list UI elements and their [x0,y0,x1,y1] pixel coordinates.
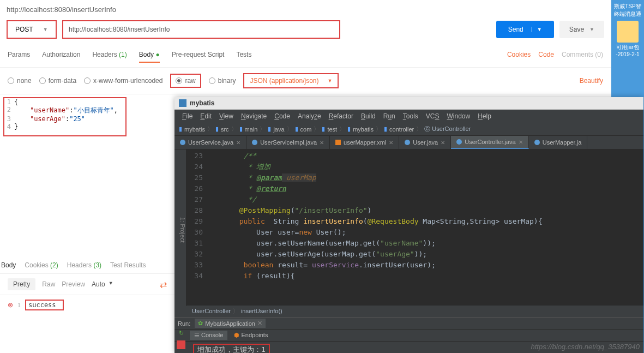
tab-prerequest[interactable]: Pre-request Script [172,51,225,63]
tab-headers[interactable]: Headers (1) [92,51,127,63]
tab-label: Headers [67,261,92,269]
editor-tab[interactable]: UserService.java✕ [174,136,246,149]
select-label: JSON (application/json) [250,77,318,85]
run-config[interactable]: ✿MybatisApplication✕ [195,319,266,328]
rerun-button[interactable]: ↻ [177,330,185,338]
radio-binary[interactable]: binary [209,77,236,85]
bc-item[interactable]: test [327,126,337,133]
view-raw[interactable]: Raw [42,280,55,288]
menu-tools[interactable]: Tools [400,111,422,121]
count-badge: (2) [50,261,58,269]
url-input[interactable]: http://localhost:8080/insertUserInfo [62,20,340,39]
project-tool-button[interactable]: 1: Project [174,149,186,306]
menu-run[interactable]: Run [380,111,399,121]
menu-file[interactable]: File [179,111,196,121]
menu-analyze[interactable]: Analyze [294,111,324,121]
menu-code[interactable]: Code [271,111,293,121]
menu-vcs[interactable]: VCS [423,111,443,121]
bc-item[interactable]: UserController [432,125,471,132]
java-icon [252,140,257,145]
console-tab[interactable]: ☰ Console [190,331,227,340]
output-text: 增加成功，主键为：1 [193,344,270,353]
bc-item[interactable]: main [245,126,258,133]
comments-link[interactable]: Comments (0) [562,51,603,63]
view-pretty[interactable]: Pretty [8,278,35,290]
xml-icon [335,140,341,145]
radio-none[interactable]: none [8,77,32,85]
close-icon[interactable]: ✕ [320,140,324,146]
java-icon [180,140,185,145]
editor-tab-active[interactable]: UserController.java✕ [451,136,529,149]
resp-tab-headers[interactable]: Headers (3) [67,261,101,269]
radio-xwww[interactable]: x-www-form-urlencoded [84,77,162,85]
project-title: mybatis [190,99,214,107]
resp-tab-cookies[interactable]: Cookies (2) [25,261,58,269]
breadcrumb[interactable]: ▮mybatis〉 ▮src〉 ▮main〉 ▮java〉 ▮com〉 ▮tes… [174,123,643,136]
close-icon[interactable]: ✕ [257,320,262,327]
radio-formdata[interactable]: form-data [39,77,76,85]
tab-body[interactable]: Body ● [139,51,160,63]
close-icon[interactable]: ✕ [519,139,523,145]
send-button[interactable]: Send ▼ [496,21,554,38]
content-type-select[interactable]: JSON (application/json)▼ [243,73,339,88]
chevron-down-icon: ▼ [328,78,333,83]
line-number: 2 [4,106,14,115]
tab-tests[interactable]: Tests [236,51,251,63]
resp-tab-tests[interactable]: Test Results [110,261,146,269]
nav-class[interactable]: UserController [192,308,231,314]
count-badge: (3) [93,261,101,269]
menu-navigate[interactable]: Navigate [238,111,270,121]
lang-label: Auto [92,280,105,288]
close-icon[interactable]: ✕ [389,140,393,146]
editor-tab[interactable]: UserMapper.ja [529,136,588,149]
wrap-icon[interactable]: ⇄ [160,279,167,290]
nav-method[interactable]: insertUserInfo() [241,308,282,314]
editor-tab[interactable]: userMapper.xml✕ [330,136,399,149]
code-link[interactable]: Code [538,51,554,63]
tab-params[interactable]: Params [8,51,30,63]
close-icon[interactable]: ✕ [441,140,445,146]
editor-tab[interactable]: UserServiceImpl.java✕ [246,136,330,149]
desktop-shortcut[interactable]: 可用jar包 -2019-2-1 [611,21,644,57]
bc-item[interactable]: controller [389,126,414,133]
code-editor[interactable]: 23 /** 24 * 增加 25 * @param userMap 26 * … [186,149,643,306]
radio-icon [209,77,215,84]
bc-item[interactable]: src [221,126,229,133]
line-number: 1 [17,301,21,309]
radio-raw[interactable]: raw [170,74,201,88]
menu-window[interactable]: Window [443,111,473,121]
bc-item[interactable]: mybatis [184,126,205,133]
menu-view[interactable]: View [216,111,237,121]
desktop-shortcut[interactable]: 斯威TSP智 终端消息通 [611,3,644,18]
menu-build[interactable]: Build [358,111,379,121]
resp-tab-body[interactable]: Body [1,261,16,269]
editor-tab[interactable]: User.java✕ [399,136,451,149]
request-body-editor[interactable]: 1{ 2 "userName":"小目标青年", 3 "userAge":"25… [3,97,127,136]
radio-icon [176,77,182,84]
tab-authorization[interactable]: Authorization [42,51,80,63]
code-text: { [14,98,18,106]
endpoints-tab[interactable]: ⬢ Endpoints [230,331,272,340]
menu-refactor[interactable]: Refactor [326,111,357,121]
close-icon[interactable]: ✕ [236,140,240,146]
bc-item[interactable]: com [300,126,312,133]
method-select[interactable]: POST ▼ [7,20,57,39]
code-text: "userAge":"25" [14,115,85,123]
save-button[interactable]: Save ▼ [559,21,604,38]
view-preview[interactable]: Preview [62,280,85,288]
radio-icon [39,77,46,84]
bc-item[interactable]: java [273,126,284,133]
tab-label: UserController.java [465,139,516,145]
lang-select[interactable]: Auto▼ [92,280,113,288]
menu-edit[interactable]: Edit [197,111,215,121]
ide-titlebar: mybatis [174,97,643,110]
menu-help[interactable]: Help [474,111,495,121]
ide-menubar: File Edit View Navigate Code Analyze Ref… [174,110,643,123]
structure-breadcrumb[interactable]: UserController〉insertUserInfo() [186,305,643,317]
cookies-link[interactable]: Cookies [507,51,531,63]
stop-button[interactable] [177,340,185,349]
beautify-button[interactable]: Beautify [580,77,603,85]
tab-label: Cookies [25,261,48,269]
method-label: POST [15,26,33,33]
bc-item[interactable]: mybatis [353,126,374,133]
